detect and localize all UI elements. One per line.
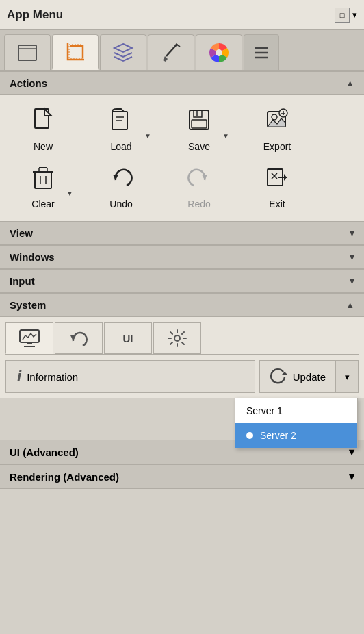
save-dropdown-arrow: ▼ — [222, 132, 229, 140]
refresh-icon — [270, 368, 287, 385]
new-button[interactable]: New — [5, 102, 81, 157]
svg-line-4 — [166, 44, 177, 56]
exit-label: Exit — [269, 199, 285, 210]
new-icon — [31, 107, 55, 138]
update-button[interactable]: Update — [260, 361, 336, 392]
dropdown-arrow-icon[interactable]: ▾ — [352, 10, 357, 20]
svg-rect-19 — [192, 120, 207, 128]
hamburger-icon — [252, 43, 271, 62]
save-button[interactable]: Save ▼ — [161, 102, 237, 157]
app-title: App Menu — [7, 8, 63, 22]
clear-button[interactable]: Clear ▼ — [5, 160, 81, 214]
server1-option[interactable]: Server 1 — [235, 398, 357, 423]
redo-icon — [187, 165, 211, 196]
monitor-icon — [18, 329, 40, 348]
update-dropdown-arrow[interactable]: ▾ — [336, 361, 358, 392]
system-tab-ui[interactable]: UI — [104, 322, 152, 354]
export-button[interactable]: Export — [239, 102, 315, 157]
new-label: New — [34, 141, 53, 152]
undo-label: Undo — [109, 199, 132, 210]
rendering-advanced-section[interactable]: Rendering (Advanced) ▾ — [0, 464, 364, 489]
export-label: Export — [263, 141, 291, 152]
redo-button[interactable]: Redo — [161, 160, 237, 214]
color-wheel-icon — [207, 40, 231, 65]
crop-icon — [64, 40, 87, 64]
svg-marker-33 — [113, 175, 118, 180]
ui-tab-label: UI — [123, 333, 133, 344]
server2-dot — [246, 432, 253, 439]
ui-advanced-label: UI (Advanced) — [10, 446, 79, 458]
server2-option[interactable]: Server 2 — [235, 423, 357, 448]
toolbar-tabs — [0, 30, 364, 71]
system-tab-monitor[interactable] — [5, 322, 53, 354]
svg-marker-34 — [202, 175, 207, 180]
update-dropdown-popup: Server 1 Server 2 — [235, 398, 358, 448]
title-controls: □ ▾ — [335, 8, 357, 23]
rendering-advanced-label: Rendering (Advanced) — [10, 471, 119, 483]
system-panel: UI i Information Update ▾ — [0, 317, 364, 398]
input-collapse-icon: ▾ — [350, 276, 354, 286]
actions-section-header[interactable]: Actions ▲ — [0, 71, 364, 95]
svg-marker-5 — [163, 56, 168, 62]
clear-icon — [31, 165, 55, 196]
input-label: Input — [10, 275, 35, 287]
redo-label: Redo — [187, 199, 210, 210]
update-label: Update — [293, 371, 326, 383]
actions-row-2: Clear ▼ Undo Redo — [5, 160, 359, 214]
tab-layers[interactable] — [100, 34, 146, 70]
system-buttons: i Information Update ▾ Server 1 — [5, 360, 359, 393]
svg-point-22 — [272, 114, 277, 120]
system-label: System — [10, 299, 46, 311]
export-icon — [265, 107, 289, 138]
input-section-header[interactable]: Input ▾ — [0, 269, 364, 293]
info-icon: i — [17, 368, 21, 385]
load-dropdown-arrow: ▼ — [144, 132, 151, 140]
view-collapse-icon: ▾ — [350, 228, 354, 238]
svg-marker-43 — [70, 335, 76, 341]
system-tab-undo[interactable] — [55, 322, 103, 354]
windows-section-header[interactable]: Windows ▾ — [0, 245, 364, 269]
update-arrow-icon: ▾ — [345, 372, 350, 382]
rendering-advanced-arrow: ▾ — [349, 470, 354, 483]
actions-row-1: New Load ▼ — [5, 102, 359, 157]
svg-marker-37 — [284, 174, 287, 181]
layers-icon — [112, 41, 135, 64]
svg-rect-26 — [35, 172, 51, 188]
exit-button[interactable]: Exit — [239, 160, 315, 214]
system-section-header[interactable]: System ▲ — [0, 293, 364, 317]
view-section-header[interactable]: View ▾ — [0, 221, 364, 245]
update-button-group: Update ▾ Server 1 Server 2 — [259, 360, 359, 393]
tab-brush[interactable] — [148, 34, 194, 70]
canvas-icon — [16, 41, 39, 64]
actions-panel: New Load ▼ — [0, 95, 364, 221]
svg-rect-0 — [18, 45, 36, 60]
save-icon — [187, 107, 211, 138]
svg-point-8 — [216, 49, 222, 56]
clear-label: Clear — [31, 199, 54, 210]
save-label: Save — [188, 141, 210, 152]
actions-label: Actions — [10, 77, 47, 89]
view-label: View — [10, 227, 33, 239]
system-collapse-icon: ▲ — [346, 300, 354, 310]
window-icon: □ — [340, 11, 345, 19]
tab-crop[interactable] — [52, 34, 99, 70]
exit-icon — [265, 165, 289, 196]
undo-icon — [109, 165, 133, 196]
tab-menu[interactable] — [244, 34, 279, 70]
information-button[interactable]: i Information — [5, 360, 255, 393]
server2-label: Server 2 — [260, 430, 296, 441]
load-button[interactable]: Load ▼ — [83, 102, 159, 157]
server1-label: Server 1 — [246, 405, 283, 416]
undo-button[interactable]: Undo — [83, 160, 159, 214]
tab-canvas[interactable] — [4, 34, 51, 70]
system-tab-settings[interactable] — [153, 322, 201, 354]
svg-rect-20 — [196, 111, 198, 116]
windows-label: Windows — [10, 251, 55, 263]
brush-icon — [159, 41, 183, 64]
settings-icon — [167, 329, 187, 348]
svg-point-44 — [174, 335, 180, 341]
clear-dropdown-arrow: ▼ — [66, 190, 73, 197]
tab-color[interactable] — [196, 34, 242, 70]
load-label: Load — [110, 141, 131, 152]
window-button[interactable]: □ — [335, 8, 350, 23]
